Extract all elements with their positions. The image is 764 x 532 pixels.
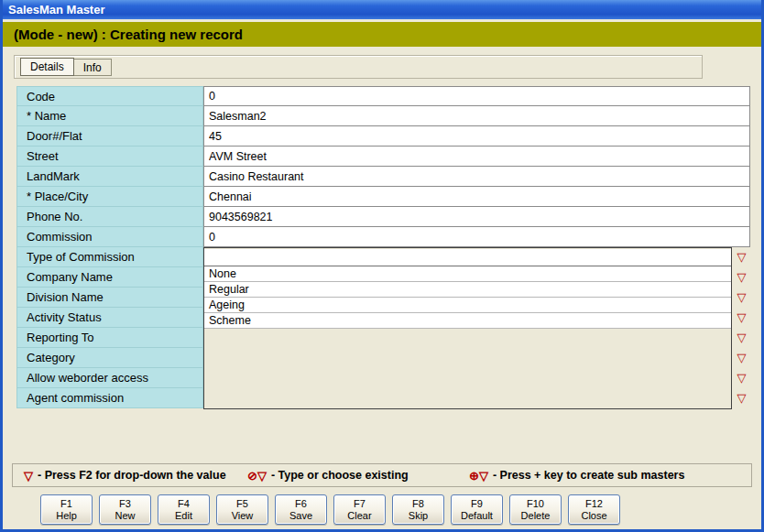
dropdown-arrow-icon[interactable]: ▽ <box>734 391 749 407</box>
form-row-code: Code <box>16 86 750 106</box>
legend-item-dropdown: ▽ - Press F2 for drop-down the value <box>24 464 226 486</box>
form-row-name: * Name <box>16 106 750 126</box>
view-button[interactable]: F5View <box>216 494 268 525</box>
type-of-commission-combo-input[interactable] <box>204 249 731 266</box>
name-label: * Name <box>16 106 203 126</box>
division-name-label: Division Name <box>16 288 203 308</box>
skip-button[interactable]: F8Skip <box>392 494 444 525</box>
type-of-commission-label: Type of Commission <box>16 247 203 267</box>
activity-status-label: Activity Status <box>16 308 203 328</box>
tab-strip: Details Info <box>14 55 703 79</box>
form-row-place-city: * Place/City <box>16 187 750 207</box>
reporting-to-label: Reporting To <box>16 328 203 348</box>
legend-text-create-sub-masters: - Press + key to create sub masters <box>493 469 685 482</box>
legend-item-create-sub-masters: ⊕▽ - Press + key to create sub masters <box>469 464 684 486</box>
legend-text-dropdown: - Press F2 for drop-down the value <box>38 469 226 482</box>
close-button[interactable]: F12Close <box>568 494 620 525</box>
dropdown-arrow-icon[interactable]: ▽ <box>734 371 749 387</box>
form-row-landmark: LandMark <box>16 167 750 187</box>
form-row-door-flat: Door#/Flat <box>16 126 750 147</box>
place-city-input[interactable] <box>203 187 750 207</box>
dropdown-list: None Regular Ageing Scheme <box>204 266 731 329</box>
landmark-input[interactable] <box>203 167 750 187</box>
record-form: Code * Name Door#/Flat Street LandMark *… <box>16 86 750 409</box>
dropdown-arrow-icon[interactable]: ▽ <box>734 270 749 287</box>
mode-text: (Mode - new) : Creating new record <box>14 27 243 42</box>
dropdown-option-regular[interactable]: Regular <box>204 282 731 298</box>
company-name-label: Company Name <box>16 267 203 288</box>
clear-button[interactable]: F7Clear <box>333 494 386 525</box>
form-row-commission: Commission <box>16 227 750 247</box>
dropdown-arrow-icon[interactable]: ▽ <box>734 250 749 266</box>
title-bar: SalesMan Master <box>3 0 761 19</box>
place-city-label: * Place/City <box>16 187 203 207</box>
window-title: SalesMan Master <box>8 3 105 16</box>
default-button[interactable]: F9Default <box>451 494 503 525</box>
dropdown-arrow-icon[interactable]: ▽ <box>734 290 749 307</box>
help-button[interactable]: F1Help <box>40 494 93 525</box>
function-button-bar: F1Help F3New F4Edit F5View F6Save F7Clea… <box>3 494 761 526</box>
landmark-label: LandMark <box>16 167 203 187</box>
commission-input[interactable] <box>203 227 750 247</box>
form-row-phone: Phone No. <box>16 207 750 227</box>
legend-item-choose-existing: ⊘▽ - Type or choose existing <box>247 464 409 486</box>
tab-details[interactable]: Details <box>20 58 74 76</box>
form-row-street: Street <box>16 147 750 167</box>
no-entry-dropdown-icon: ⊘▽ <box>247 469 267 483</box>
phone-label: Phone No. <box>16 207 203 227</box>
new-button[interactable]: F3New <box>99 494 151 525</box>
allow-weborder-access-label: Allow weborder access <box>16 368 203 388</box>
commission-label: Commission <box>16 227 203 247</box>
delete-button[interactable]: F10Delete <box>509 494 562 525</box>
mode-bar: (Mode - new) : Creating new record <box>3 22 761 47</box>
dropdown-option-scheme[interactable]: Scheme <box>204 313 731 329</box>
dropdown-marker-icon: ▽ <box>24 469 33 483</box>
legend-text-choose-existing: - Type or choose existing <box>271 469 409 482</box>
tab-info[interactable]: Info <box>74 59 112 76</box>
door-flat-label: Door#/Flat <box>16 126 203 147</box>
dropdown-arrow-icon[interactable]: ▽ <box>734 310 749 327</box>
name-input[interactable] <box>203 106 750 126</box>
code-label: Code <box>16 86 203 106</box>
create-dropdown-icon: ⊕▽ <box>469 469 488 483</box>
dropdown-arrow-icon[interactable]: ▽ <box>734 331 749 347</box>
code-input[interactable] <box>203 86 750 106</box>
save-button[interactable]: F6Save <box>275 494 327 525</box>
type-of-commission-combo-group: None Regular Ageing Scheme <box>203 247 732 409</box>
salesman-master-window: SalesMan Master (Mode - new) : Creating … <box>0 0 764 532</box>
street-label: Street <box>16 147 203 167</box>
agent-commission-label: Agent commission <box>16 388 203 408</box>
legend-bar: ▽ - Press F2 for drop-down the value ⊘▽ … <box>12 463 752 487</box>
street-input[interactable] <box>203 147 750 167</box>
dropdown-arrow-icon[interactable]: ▽ <box>734 351 749 367</box>
dropdown-option-none[interactable]: None <box>204 266 731 282</box>
door-flat-input[interactable] <box>203 126 750 147</box>
phone-input[interactable] <box>203 207 750 227</box>
edit-button[interactable]: F4Edit <box>158 494 210 525</box>
category-label: Category <box>16 348 203 368</box>
dropdown-option-ageing[interactable]: Ageing <box>204 298 731 313</box>
